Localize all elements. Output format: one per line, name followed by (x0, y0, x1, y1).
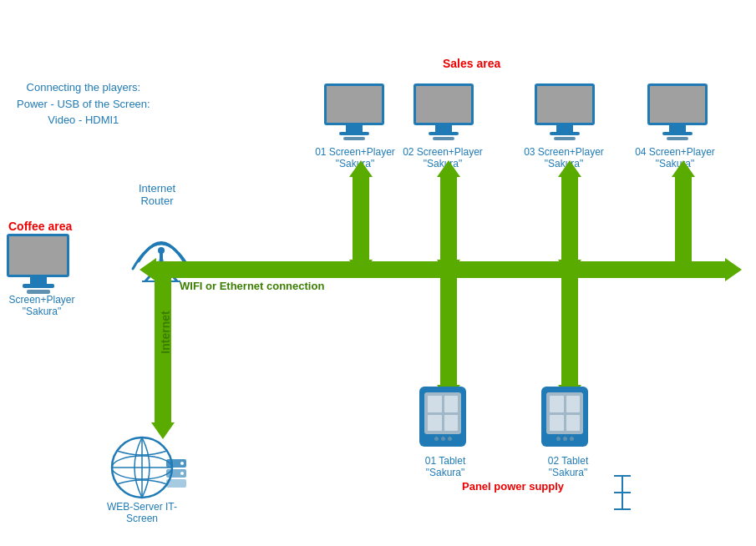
wifi-label: WIFI or Ethernet connection (180, 280, 324, 292)
tablet01-arrow (440, 278, 457, 387)
screen03-arrow (561, 175, 578, 261)
svg-rect-12 (166, 479, 186, 488)
router-label: InternetRouter (124, 182, 190, 207)
svg-point-5 (158, 247, 165, 254)
header-note: Connecting the players: Power - USB of t… (17, 79, 150, 129)
screen-03-monitor (535, 83, 595, 140)
panel-power-label: Panel power supply (462, 480, 564, 493)
panel-power-symbol (610, 472, 635, 513)
svg-point-13 (180, 462, 184, 465)
webserver-label: WEB-Server IT-Screen (96, 501, 188, 524)
screen02-arrow-up (440, 175, 457, 261)
coffee-area-label: Coffee area (8, 220, 72, 233)
diagram: Connecting the players: Power - USB of t… (0, 0, 756, 546)
tablet02-arrow (561, 278, 578, 387)
internet-label: Internet (159, 291, 172, 374)
tablet-01 (419, 387, 466, 447)
screen01-arrow (353, 175, 369, 261)
svg-point-14 (180, 472, 184, 475)
server-icon (164, 458, 189, 491)
sales-area-label: Sales area (443, 57, 500, 70)
coffee-screen-monitor (7, 234, 69, 294)
tablet-01-label: 01 Tablet "Sakura" (408, 455, 483, 478)
tablet-02-label: 02 Tablet "Sakura" (530, 455, 606, 478)
screen-04-monitor (647, 83, 708, 140)
tablet-02 (541, 387, 588, 447)
screen-01-monitor (324, 83, 384, 140)
coffee-screen-label: Screen+Player"Sakura" (4, 294, 79, 317)
screen-02-monitor (414, 83, 474, 140)
screen04-arrow (675, 175, 692, 261)
